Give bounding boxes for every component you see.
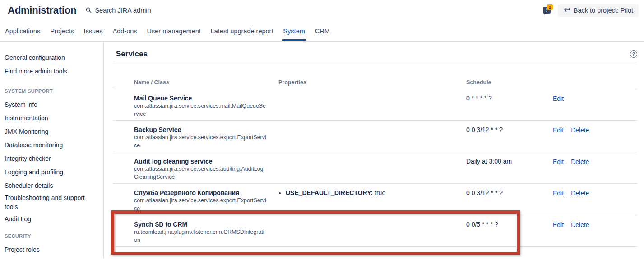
sidebar-item-general-configuration[interactable]: General configuration — [0, 51, 103, 64]
service-schedule: 0 * * * * ? — [466, 95, 553, 102]
admin-sidebar: General configuration Find more admin to… — [0, 42, 104, 259]
services-page: Services ? Name / Class Properties Sched… — [104, 42, 644, 259]
service-class: com.atlassian.jira.service.services.expo… — [134, 134, 267, 150]
services-table: Name / Class Properties Schedule Mail Qu… — [113, 62, 637, 247]
column-header-name-class: Name / Class — [113, 62, 278, 89]
sidebar-item-instrumentation[interactable]: Instrumentation — [0, 111, 103, 125]
edit-link[interactable]: Edit — [553, 95, 564, 102]
sidebar-item-find-more-admin-tools[interactable]: Find more admin tools — [0, 64, 103, 78]
sidebar-item-database-monitoring[interactable]: Database monitoring — [0, 138, 103, 152]
admin-nav: Applications Projects Issues Add-ons Use… — [0, 20, 644, 42]
help-icon[interactable]: ? — [630, 50, 637, 58]
sidebar-item-integrity-checker[interactable]: Integrity checker — [0, 152, 103, 165]
notification-icon[interactable]: ! 1 — [543, 6, 552, 14]
service-row: Backup Service com.atlassian.jira.servic… — [113, 121, 637, 152]
edit-link[interactable]: Edit — [553, 221, 564, 228]
service-class: com.atlassian.jira.service.services.expo… — [134, 197, 267, 213]
back-arrow-icon — [563, 8, 570, 13]
page-title: Administration — [8, 5, 76, 16]
property-key: USE_DEFAULT_DIRECTORY: — [286, 189, 373, 196]
service-row: Audit log cleaning service com.atlassian… — [113, 152, 637, 184]
edit-link[interactable]: Edit — [553, 190, 564, 197]
sidebar-item-project-roles[interactable]: Project roles — [0, 243, 103, 256]
service-properties: USE_DEFAULT_DIRECTORY: true — [278, 189, 466, 197]
sidebar-item-logging-and-profiling[interactable]: Logging and profiling — [0, 165, 103, 179]
service-row: Mail Queue Service com.atlassian.jira.se… — [113, 89, 637, 121]
column-header-properties: Properties — [278, 62, 466, 89]
search-input[interactable] — [95, 7, 199, 14]
service-name: Synch SD to CRM — [134, 221, 274, 228]
service-name: Audit log cleaning service — [134, 158, 274, 165]
notification-badge: 1 — [547, 4, 553, 10]
service-row: Служба Резервного Копирования com.atlass… — [113, 184, 637, 215]
column-header-schedule: Schedule — [466, 62, 553, 89]
property-value: true — [375, 189, 385, 196]
service-schedule: Daily at 3:00 am — [466, 158, 553, 165]
service-name: Backup Service — [134, 126, 274, 134]
service-class: ru.teamlead.jira.plugins.listener.crm.CR… — [134, 228, 267, 244]
tab-add-ons[interactable]: Add-ons — [108, 20, 142, 41]
tab-system[interactable]: System — [278, 20, 310, 41]
tab-latest-upgrade-report[interactable]: Latest upgrade report — [206, 20, 278, 41]
service-name: Mail Queue Service — [134, 95, 274, 102]
tab-user-management[interactable]: User management — [142, 20, 206, 41]
edit-link[interactable]: Edit — [553, 158, 564, 165]
service-schedule: 0 0 3/12 * * ? — [466, 126, 553, 134]
tab-applications[interactable]: Applications — [0, 20, 45, 41]
sidebar-item-audit-log[interactable]: Audit Log — [0, 212, 103, 226]
search-icon — [86, 7, 92, 13]
sidebar-item-scheduler-details[interactable]: Scheduler details — [0, 179, 103, 192]
sidebar-heading-security: SECURITY — [0, 229, 103, 243]
tab-projects[interactable]: Projects — [45, 20, 79, 41]
back-to-project-button[interactable]: Back to project: Pilot — [558, 4, 639, 17]
sidebar-item-troubleshooting[interactable]: Troubleshooting and support tools — [0, 192, 103, 212]
top-bar: Administration ! 1 Back to project: Pilo… — [0, 0, 644, 20]
delete-link[interactable]: Delete — [571, 127, 589, 134]
services-title: Services — [116, 49, 148, 59]
admin-search[interactable] — [86, 7, 199, 14]
service-schedule: 0 0/5 * * * ? — [466, 221, 553, 228]
tab-crm[interactable]: CRM — [310, 20, 335, 41]
service-class: com.atlassian.jira.service.services.mail… — [134, 102, 267, 118]
delete-link[interactable]: Delete — [571, 158, 589, 165]
service-name: Служба Резервного Копирования — [134, 189, 274, 197]
tab-issues[interactable]: Issues — [79, 20, 108, 41]
sidebar-item-jmx-monitoring[interactable]: JMX Monitoring — [0, 125, 103, 138]
delete-link[interactable]: Delete — [571, 190, 589, 197]
sidebar-item-system-info[interactable]: System info — [0, 98, 103, 111]
sidebar-heading-system-support: SYSTEM SUPPORT — [0, 84, 103, 98]
service-class: com.atlassian.jira.service.services.audi… — [134, 165, 267, 181]
delete-link[interactable]: Delete — [571, 221, 589, 228]
service-row: Synch SD to CRM ru.teamlead.jira.plugins… — [113, 215, 637, 247]
edit-link[interactable]: Edit — [553, 127, 564, 134]
service-schedule: 0 0 3/12 * * ? — [466, 189, 553, 197]
